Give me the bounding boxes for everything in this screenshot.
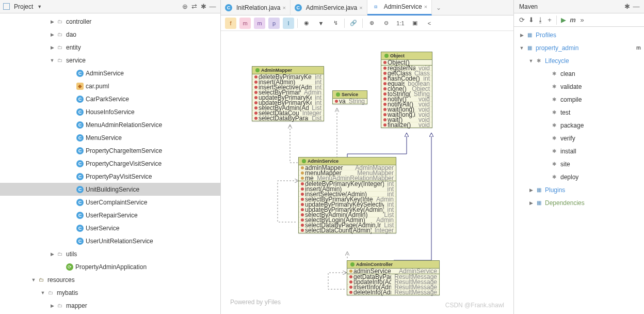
watermark: CSDN @Frank.shawl [445, 302, 504, 309]
generate-icon[interactable]: ⬇ [526, 15, 536, 25]
tree-item[interactable]: ▶🗀utils [0, 247, 220, 260]
tree-item[interactable]: CPropertyChargeItemService [0, 144, 220, 157]
actual-size-button[interactable]: 1:1 [395, 18, 406, 29]
editor-tabs: CInitRelation.java×CAdminService.java×⧈A… [221, 0, 513, 15]
tab[interactable]: CAdminService.java× [291, 0, 367, 15]
tree-item[interactable]: ▶▦Profiles [514, 28, 644, 41]
tab[interactable]: ⧈AdminService× [367, 0, 432, 15]
tree-item[interactable]: ✱clean [514, 67, 644, 80]
uml-class[interactable]: ObjectObject()registerNatives()voidgetCl… [381, 52, 432, 128]
tree-item[interactable]: ▶▦Plugins [514, 183, 644, 196]
tree-item[interactable]: ✱deploy [514, 170, 644, 183]
project-icon [3, 3, 10, 10]
uml-class[interactable]: AdminControlleradminServiceAdminServiceg… [347, 260, 440, 295]
tree-item[interactable]: ✱site [514, 158, 644, 170]
uml-class[interactable]: AdminServiceadminMapperAdminMappermenuMa… [298, 157, 396, 233]
tab[interactable]: CInitRelation.java× [221, 0, 291, 15]
tree-item[interactable]: ✱package [514, 119, 644, 132]
tree-item[interactable]: ▼🗀mybatis [0, 286, 220, 299]
fit-button[interactable]: ▣ [409, 18, 421, 29]
constructors-button[interactable]: m [239, 18, 251, 29]
tree-item[interactable]: CUserComplaintService [0, 196, 220, 209]
tree-item[interactable]: ⟳PropertyAdminApplication [0, 260, 220, 273]
maven-hide-icon[interactable]: — [632, 2, 641, 11]
tree-item[interactable]: ✱test [514, 106, 644, 119]
maven-settings-icon[interactable]: ✱ [622, 2, 632, 11]
tree-item[interactable]: ▼🗀service [0, 54, 220, 67]
tree-item[interactable]: CHouseInfoService [0, 105, 220, 118]
tree-item[interactable]: CCarParkService [0, 92, 220, 105]
locate-icon[interactable]: ⊕ [180, 2, 189, 11]
tree-item[interactable]: ▶🗀mapper [0, 299, 220, 312]
export-button[interactable]: < [424, 18, 435, 29]
tree-item[interactable]: CUnitBuildingService [0, 183, 220, 196]
project-header: Project ▼ ⊕ ⇄ ✱ — [0, 0, 220, 13]
tree-item[interactable]: ▶▦Dependencies [514, 196, 644, 209]
maven-more-icon[interactable]: » [577, 15, 587, 25]
tree-item[interactable]: ▶🗀entity [0, 41, 220, 54]
maven-tree[interactable]: ▶▦Profiles▼▦property_adminm▼✱Lifecycle✱c… [514, 27, 644, 314]
tree-item[interactable]: ◆car.puml [0, 80, 220, 92]
tree-item[interactable]: ✱validate [514, 80, 644, 93]
filter-button[interactable]: ▼ [315, 18, 327, 29]
zoom-out-button[interactable]: ⊖ [380, 18, 392, 29]
run-icon[interactable]: ▶ [559, 15, 568, 25]
diagram-toolbar: f m m p I ◉ ▼ ↯ 🔗 ⊕ ⊖ 1:1 ▣ < [221, 15, 513, 31]
tree-item[interactable]: CUserRepairService [0, 209, 220, 222]
project-title[interactable]: Project [12, 3, 35, 10]
inner-button[interactable]: I [283, 18, 294, 29]
tree-item[interactable]: CMenuService [0, 131, 220, 144]
uml-class[interactable]: AdminMapperdeleteByPrimaryKey(Integer)in… [252, 66, 324, 121]
link-button[interactable]: 🔗 [348, 18, 359, 29]
tree-item[interactable]: CMenuAdminRelationService [0, 118, 220, 131]
reload-icon[interactable]: ⟳ [517, 15, 526, 25]
route-button[interactable]: ↯ [330, 18, 341, 29]
tree-item[interactable]: ✱compile [514, 93, 644, 106]
methods-button[interactable]: m [254, 18, 265, 29]
tree-item[interactable]: CPropertyPayVisitService [0, 170, 220, 183]
tree-item[interactable]: CUserUnitRelationService [0, 234, 220, 247]
tree-item[interactable]: CAdminService [0, 67, 220, 80]
tree-item[interactable]: ▼▦property_adminm [514, 41, 644, 54]
tree-item[interactable]: ▶🗀dao [0, 28, 220, 41]
project-tree[interactable]: ▶🗀controller▶🗀dao▶🗀entity▼🗀serviceCAdmin… [0, 13, 220, 314]
tree-item[interactable]: CUserService [0, 222, 220, 234]
tree-item[interactable]: ✱install [514, 145, 644, 158]
properties-button[interactable]: p [268, 18, 280, 29]
tree-item[interactable]: ✱verify [514, 132, 644, 145]
zoom-in-button[interactable]: ⊕ [366, 18, 377, 29]
powered-by: Powered by yFiles [230, 299, 281, 306]
maven-m-icon[interactable]: m [568, 15, 577, 25]
maven-toolbar: ⟳ ⬇ ⭳ + ▶ m » [514, 13, 644, 27]
maven-title: Maven [517, 3, 540, 10]
download-icon[interactable]: ⭳ [536, 15, 545, 25]
hide-icon[interactable]: — [208, 2, 217, 11]
tree-item[interactable]: CPropertyChargeVisitService [0, 157, 220, 170]
tree-item[interactable]: ▶🗀controller [0, 15, 220, 28]
settings-icon[interactable]: ✱ [199, 2, 208, 11]
diagram-canvas[interactable]: Powered by yFiles CSDN @Frank.shawl Admi… [221, 31, 513, 314]
preview-button[interactable]: ◉ [301, 18, 312, 29]
uml-class[interactable]: Servicevalue()String [332, 90, 367, 104]
fields-button[interactable]: f [225, 18, 236, 29]
maven-header: Maven ✱ — [514, 0, 644, 13]
expand-icon[interactable]: ⇄ [189, 2, 199, 11]
tree-item[interactable]: ▼🗀resources [0, 273, 220, 286]
project-dropdown[interactable]: ▼ [35, 4, 44, 9]
tree-item[interactable]: ▼✱Lifecycle [514, 54, 644, 67]
add-icon[interactable]: + [545, 15, 554, 25]
